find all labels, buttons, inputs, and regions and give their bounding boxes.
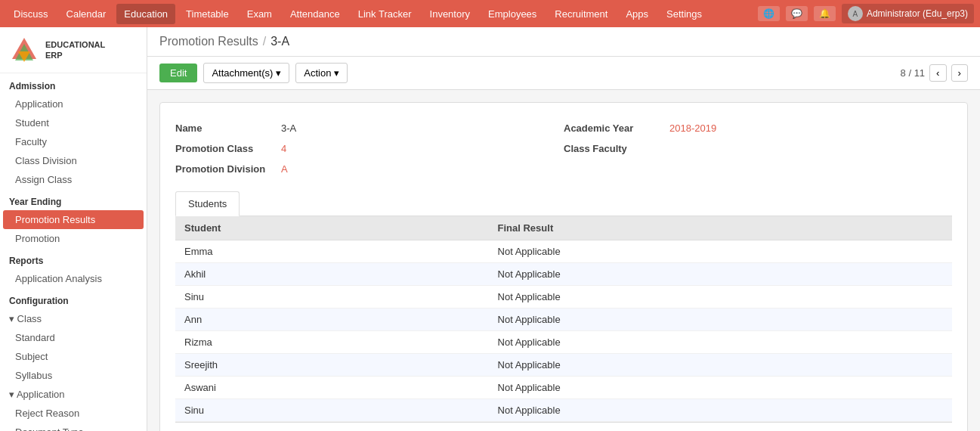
sidebar-section-reports: Reports — [0, 248, 147, 269]
nav-icon-bell[interactable]: 🔔 — [814, 6, 836, 21]
sidebar-item-reject-reason[interactable]: Reject Reason — [0, 404, 147, 423]
table-row[interactable]: AkhilNot Applicable — [175, 263, 952, 286]
sidebar-subsection-application[interactable]: ▾ Application — [0, 385, 147, 404]
table-row[interactable]: SinuNot Applicable — [175, 399, 952, 422]
nav-icon-chat[interactable]: 💬 — [786, 6, 808, 21]
avatar: A — [848, 6, 863, 21]
table-header-row: Student Final Result — [175, 216, 952, 240]
breadcrumb-current: 3-A — [271, 35, 289, 48]
cell-final-result: Not Applicable — [489, 354, 952, 377]
content-body: Name 3-A Promotion Class 4 Promotion Div… — [147, 90, 980, 431]
field-label-promotion-class: Promotion Class — [175, 143, 274, 154]
action-label: Action — [304, 67, 331, 79]
table-footer — [175, 422, 952, 431]
edit-button[interactable]: Edit — [159, 64, 197, 82]
cell-final-result: Not Applicable — [489, 263, 952, 286]
nav-education[interactable]: Education — [116, 4, 175, 24]
table-row[interactable]: SinuNot Applicable — [175, 286, 952, 309]
sidebar-item-subject[interactable]: Subject — [0, 347, 147, 366]
col-header-final-result: Final Result — [489, 216, 952, 240]
table-row[interactable]: AnnNot Applicable — [175, 309, 952, 331]
sidebar-item-application[interactable]: Application — [0, 95, 147, 113]
pagination-prev-button[interactable]: ‹ — [929, 64, 946, 82]
sidebar-logo: EDUCATIONAL ERP — [0, 27, 147, 73]
sidebar-item-promotion[interactable]: Promotion — [0, 229, 147, 248]
cell-final-result: Not Applicable — [489, 377, 952, 399]
nav-employees[interactable]: Employees — [481, 4, 544, 24]
cell-student: Akhil — [175, 263, 489, 286]
sidebar-item-document-type[interactable]: Document Type — [0, 423, 147, 431]
field-academic-year: Academic Year 2018-2019 — [564, 118, 952, 138]
field-name: Name 3-A — [175, 118, 564, 138]
col-header-student: Student — [175, 216, 489, 240]
tab-students[interactable]: Students — [175, 191, 240, 216]
cell-student: Rizma — [175, 331, 489, 354]
nav-recruitment[interactable]: Recruitment — [547, 4, 615, 24]
pagination-info: 8 / 11 — [901, 67, 926, 79]
attachment-label: Attachment(s) — [212, 67, 273, 79]
pagination: 8 / 11 ‹ › — [901, 64, 968, 82]
cell-student: Aswani — [175, 377, 489, 399]
user-menu[interactable]: A Administrator (Edu_erp3) — [842, 4, 974, 23]
field-label-promotion-division: Promotion Division — [175, 163, 274, 175]
form-card: Name 3-A Promotion Class 4 Promotion Div… — [159, 102, 968, 431]
cell-final-result: Not Applicable — [489, 286, 952, 309]
cell-final-result: Not Applicable — [489, 399, 952, 422]
nav-calendar[interactable]: Calendar — [59, 4, 114, 24]
field-label-class-faculty: Class Faculty — [564, 143, 662, 154]
logo-text: EDUCATIONAL ERP — [45, 39, 105, 61]
sidebar-item-application-analysis[interactable]: Application Analysis — [0, 269, 147, 288]
main-content: Promotion Results / 3-A Edit Attachment(… — [147, 27, 980, 431]
sidebar-item-standard[interactable]: Standard — [0, 328, 147, 347]
nav-discuss[interactable]: Discuss — [6, 4, 56, 24]
cell-student: Ann — [175, 309, 489, 331]
pagination-next-button[interactable]: › — [951, 64, 968, 82]
nav-right: 🌐 💬 🔔 A Administrator (Edu_erp3) — [758, 4, 974, 23]
field-value-promotion-division[interactable]: A — [281, 163, 288, 175]
logo-icon — [9, 35, 39, 65]
nav-icon-globe[interactable]: 🌐 — [758, 6, 780, 21]
nav-linktracker[interactable]: Link Tracker — [351, 4, 419, 24]
cell-final-result: Not Applicable — [489, 331, 952, 354]
nav-timetable[interactable]: Timetable — [178, 4, 236, 24]
nav-apps[interactable]: Apps — [618, 4, 656, 24]
top-navigation: Discuss Calendar Education Timetable Exa… — [0, 0, 980, 27]
table-row[interactable]: SreejithNot Applicable — [175, 354, 952, 377]
action-chevron-icon: ▾ — [334, 67, 339, 79]
cell-student: Sinu — [175, 399, 489, 422]
nav-settings[interactable]: Settings — [659, 4, 709, 24]
sidebar-section-admission: Admission — [0, 73, 147, 95]
cell-student: Emma — [175, 240, 489, 263]
tabs: Students — [175, 191, 952, 216]
sidebar-item-promotion-results[interactable]: Promotion Results — [3, 210, 144, 229]
nav-inventory[interactable]: Inventory — [422, 4, 478, 24]
students-table: Student Final Result EmmaNot ApplicableA… — [175, 216, 952, 422]
user-name: Administrator (Edu_erp3) — [867, 8, 968, 19]
nav-attendance[interactable]: Attendance — [283, 4, 348, 24]
field-value-academic-year[interactable]: 2018-2019 — [669, 122, 716, 134]
field-value-promotion-class[interactable]: 4 — [281, 143, 286, 154]
field-promotion-class: Promotion Class 4 — [175, 138, 564, 159]
cell-final-result: Not Applicable — [489, 309, 952, 331]
form-fields-left: Name 3-A Promotion Class 4 Promotion Div… — [175, 118, 564, 179]
field-promotion-division: Promotion Division A — [175, 159, 564, 179]
table-row[interactable]: AswaniNot Applicable — [175, 377, 952, 399]
sidebar-item-faculty[interactable]: Faculty — [0, 132, 147, 151]
cell-student: Sreejith — [175, 354, 489, 377]
form-fields-right: Academic Year 2018-2019 Class Faculty — [564, 118, 952, 179]
sidebar-item-syllabus[interactable]: Syllabus — [0, 366, 147, 385]
content-header: Promotion Results / 3-A — [147, 27, 980, 57]
sidebar-item-class-division[interactable]: Class Division — [0, 151, 147, 170]
attachment-button[interactable]: Attachment(s) ▾ — [203, 63, 289, 83]
action-button[interactable]: Action ▾ — [295, 63, 348, 83]
sidebar-item-student[interactable]: Student — [0, 113, 147, 132]
breadcrumb-parent[interactable]: Promotion Results — [159, 35, 258, 48]
nav-exam[interactable]: Exam — [240, 4, 280, 24]
breadcrumb: Promotion Results / 3-A — [159, 35, 289, 48]
table-row[interactable]: EmmaNot Applicable — [175, 240, 952, 263]
breadcrumb-separator: / — [263, 35, 266, 48]
table-row[interactable]: RizmaNot Applicable — [175, 331, 952, 354]
sidebar-item-assign-class[interactable]: Assign Class — [0, 170, 147, 189]
sidebar: EDUCATIONAL ERP Admission Application St… — [0, 27, 147, 431]
sidebar-subsection-class[interactable]: ▾ Class — [0, 309, 147, 328]
